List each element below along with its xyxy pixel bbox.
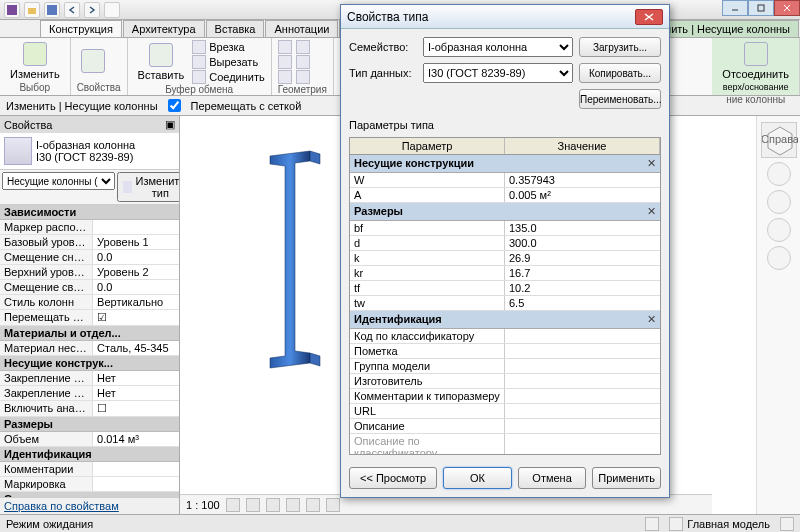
modify-button[interactable]: Изменить [6,40,64,82]
geom-tool-1[interactable] [278,40,292,54]
type-selector[interactable]: I-образная колоннаI30 (ГОСТ 8239-89) [0,133,179,170]
move-with-grid-checkbox[interactable] [168,99,181,112]
property-row[interactable]: Материал несущи...Сталь, 45-345 [0,341,179,356]
geom-tool-6[interactable] [296,70,310,84]
shadows-icon[interactable] [286,498,300,512]
cut-button[interactable]: Вырезать [192,55,265,69]
property-group[interactable]: Несущие конструк... [0,356,179,371]
crop-icon[interactable] [306,498,320,512]
preview-button[interactable]: << Просмотр [349,467,437,489]
col-value: Значение [505,138,660,154]
param-row[interactable]: Пометка [350,344,660,359]
column-model[interactable] [260,146,330,376]
crop-region-icon[interactable] [326,498,340,512]
undo-icon[interactable] [64,2,80,18]
tab-insert[interactable]: Вставка [206,20,265,37]
properties-help-link[interactable]: Справка по свойствам [0,497,179,514]
detail-level-icon[interactable] [226,498,240,512]
property-group[interactable]: Зависимости [0,205,179,220]
param-row[interactable]: kr16.7 [350,266,660,281]
param-row[interactable]: W0.357943 [350,173,660,188]
param-group[interactable]: Несущие конструкции✕ [350,155,660,173]
property-row[interactable]: Закрепление снизуНет [0,386,179,401]
ok-button[interactable]: ОК [443,467,512,489]
param-row[interactable]: tf10.2 [350,281,660,296]
apply-button[interactable]: Применить [592,467,661,489]
cancel-button[interactable]: Отмена [518,467,587,489]
type-dropdown[interactable]: I30 (ГОСТ 8239-89) [423,63,573,83]
visual-style-icon[interactable] [246,498,260,512]
param-group[interactable]: Размеры✕ [350,203,660,221]
rename-button[interactable]: Переименовать... [579,89,661,109]
maximize-button[interactable] [748,0,774,16]
workset-icon[interactable] [645,517,659,531]
steering-wheel-icon[interactable] [767,162,791,186]
param-row[interactable]: Код по классификатору [350,329,660,344]
close-button[interactable] [774,0,800,16]
geom-tool-2[interactable] [278,55,292,69]
property-row[interactable]: Объем0.014 м³ [0,432,179,447]
param-row[interactable]: k26.9 [350,251,660,266]
scale-label[interactable]: 1 : 100 [186,499,220,511]
property-row[interactable]: Закрепление сверхуНет [0,371,179,386]
property-row[interactable]: Маркировка [0,477,179,492]
zoom-icon[interactable] [767,218,791,242]
print-icon[interactable] [104,2,120,18]
param-row[interactable]: URL [350,404,660,419]
filter-icon[interactable] [780,517,794,531]
properties-close-icon[interactable]: ▣ [165,118,175,131]
load-button[interactable]: Загрузить... [579,37,661,57]
paste-button[interactable]: Вставить [134,41,189,83]
property-row[interactable]: Верхний уровеньУровень 2 [0,265,179,280]
save-icon[interactable] [44,2,60,18]
param-row[interactable]: Группа модели [350,359,660,374]
property-row[interactable]: Маркер располо... [0,220,179,235]
param-row[interactable]: Комментарии к типоразмеру [350,389,660,404]
dialog-titlebar[interactable]: Свойства типа [341,5,669,29]
geom-tool-4[interactable] [296,40,310,54]
pan-icon[interactable] [767,190,791,214]
dialog-close-button[interactable] [635,9,663,25]
property-row[interactable]: Перемещать с сет...☑ [0,310,179,326]
param-row[interactable]: A0.005 м² [350,188,660,203]
join-button[interactable]: Соединить [192,70,265,84]
edit-type-button[interactable]: Изменить тип [117,172,180,202]
property-row[interactable]: Смещение сверху0.0 [0,280,179,295]
svg-rect-3 [758,5,764,11]
property-row[interactable]: Смещение снизу0.0 [0,250,179,265]
property-group[interactable]: Размеры [0,417,179,432]
filter-dropdown[interactable]: Несущие колонны ( [2,172,115,190]
app-menu-icon[interactable] [4,2,20,18]
param-row[interactable]: Изготовитель [350,374,660,389]
geom-tool-3[interactable] [278,70,292,84]
viewcube[interactable]: Справа [761,122,797,158]
property-row[interactable]: Стиль колоннВертикально [0,295,179,310]
orbit-icon[interactable] [767,246,791,270]
param-row[interactable]: Описание [350,419,660,434]
tab-structure[interactable]: Конструкция [40,20,122,37]
property-row[interactable]: Комментарии [0,462,179,477]
property-group[interactable]: Идентификация [0,447,179,462]
cope-button[interactable]: Врезка [192,40,265,54]
param-group[interactable]: Идентификация✕ [350,311,660,329]
design-options-icon[interactable] [669,517,683,531]
detach-button[interactable]: Отсоединитьверх/основание [718,40,793,94]
status-text: Режим ожидания [6,518,93,530]
param-row[interactable]: tw6.5 [350,296,660,311]
param-row[interactable]: Описание по классификатору [350,434,660,455]
property-row[interactable]: Базовый уровеньУровень 1 [0,235,179,250]
sun-path-icon[interactable] [266,498,280,512]
property-row[interactable]: Включить аналит...☐ [0,401,179,417]
open-icon[interactable] [24,2,40,18]
tab-architecture[interactable]: Архитектура [123,20,205,37]
redo-icon[interactable] [84,2,100,18]
property-group[interactable]: Материалы и отдел... [0,326,179,341]
geom-tool-5[interactable] [296,55,310,69]
param-row[interactable]: d300.0 [350,236,660,251]
family-dropdown[interactable]: I-образная колонна [423,37,573,57]
duplicate-button[interactable]: Копировать... [579,63,661,83]
param-row[interactable]: bf135.0 [350,221,660,236]
minimize-button[interactable] [722,0,748,16]
properties-button[interactable] [77,47,109,75]
tab-annotate[interactable]: Аннотации [265,20,338,37]
